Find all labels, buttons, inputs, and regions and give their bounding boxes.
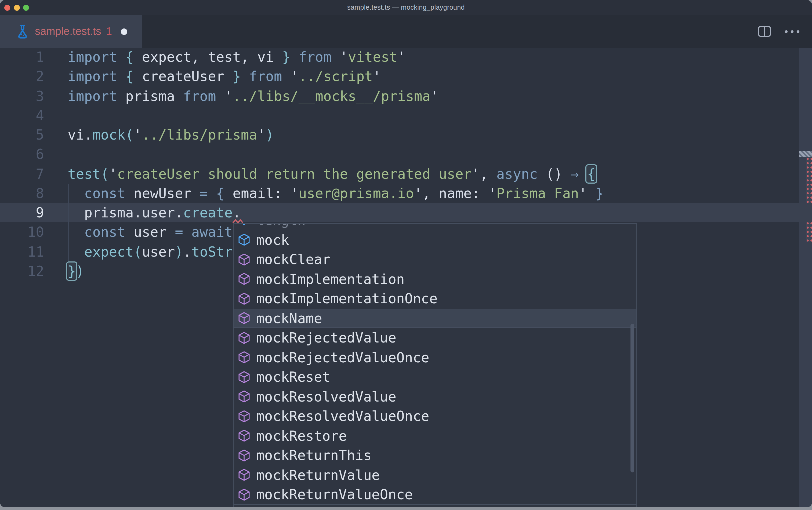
error-squiggle [233,218,243,224]
cube-icon [237,233,251,247]
autocomplete-label: mockClear [256,251,330,268]
line-number: 6 [0,145,44,164]
autocomplete-item[interactable]: mockRejectedValueOnce [234,348,636,367]
autocomplete-label: mockResolvedValueOnce [256,408,429,424]
autocomplete-item[interactable]: mockRejectedValue [234,328,636,348]
line-number: 8 [0,184,44,203]
tab-sample-test-ts[interactable]: sample.test.ts 1 [0,15,142,48]
cube-icon [237,331,251,344]
code-text: expect(user).toStri [68,242,241,262]
line-number: 2 [0,67,44,86]
code-line[interactable]: 1import { expect, test, vi } from 'vites… [0,47,812,67]
autocomplete-item[interactable]: length [234,223,636,230]
cube-icon [237,312,251,325]
code-line[interactable]: 5vi.mock('../libs/prisma') [0,125,812,145]
window-title: sample.test.ts — mocking_playground [0,0,812,15]
code-line[interactable]: 9 prisma.user.create. [0,203,812,222]
tab-error-count: 1 [106,25,112,37]
autocomplete-item[interactable]: mockReturnThis [234,446,636,465]
autocomplete-label: mockRestore [256,428,347,444]
code-text: import { expect, test, vi } from 'vitest… [68,47,406,67]
screen: sample.test.ts — mocking_playground samp… [0,0,812,510]
autocomplete-label: length [256,223,306,229]
autocomplete-popup: lengthmockmockClearmockImplementationmoc… [233,223,637,507]
autocomplete-item[interactable]: mockRestore [234,426,636,446]
modified-dot-icon [121,28,127,35]
autocomplete-item[interactable]: mockReset [234,367,636,387]
code-text: vi.mock('../libs/prisma') [68,125,274,145]
autocomplete-label: mockReturnValue [256,467,380,483]
autocomplete-item[interactable]: mockResolvedValueOnce [234,407,636,426]
code-text: prisma.user.create. [68,203,241,222]
autocomplete-label: mock [256,232,289,248]
cube-icon [237,253,251,266]
line-number: 9 [0,203,44,222]
line-number: 3 [0,86,44,106]
popup-separator [234,504,636,505]
autocomplete-label: mockRejectedValue [256,330,396,346]
code-line[interactable]: 3import prisma from '../libs/__mocks__/p… [0,86,812,106]
cube-icon [237,390,251,403]
more-actions-icon[interactable] [784,29,800,34]
code-text: import { createUser } from '../script' [68,67,381,86]
tab-bar: sample.test.ts 1 [0,15,812,48]
code-text: const newUser = { email: 'user@prisma.io… [68,184,604,203]
code-text: const user = await [68,222,233,242]
cube-icon [237,410,251,423]
tab-actions [758,15,812,48]
editor-window: sample.test.ts — mocking_playground samp… [0,0,812,507]
code-line[interactable]: 4 [0,106,812,125]
autocomplete-label: mockImplementationOnce [256,291,438,307]
code-text: }) [68,262,84,281]
split-editor-icon[interactable] [758,26,771,37]
tab-filename: sample.test.ts [35,25,101,37]
code-line[interactable]: 7test('createUser should return the gene… [0,164,812,184]
cube-icon [237,469,251,482]
line-number: 4 [0,106,44,125]
autocomplete-item[interactable]: mockResolvedValue [234,387,636,407]
code-text: test('createUser should return the gener… [68,164,595,184]
autocomplete-item[interactable]: mockReturnValueOnce [234,485,636,504]
cube-icon [237,488,251,502]
autocomplete-label: mockName [256,310,322,326]
code-line[interactable]: 8 const newUser = { email: 'user@prisma.… [0,184,812,203]
autocomplete-label: mockResolvedValue [256,389,396,405]
cube-icon [237,272,251,286]
autocomplete-item[interactable]: mockReturnValue [234,465,636,485]
autocomplete-item[interactable]: mockImplementation [234,269,636,289]
titlebar: sample.test.ts — mocking_playground [0,0,812,15]
autocomplete-item-selected[interactable]: mockName [234,308,636,328]
cube-icon [237,449,251,462]
flask-test-icon [16,24,29,39]
line-number: 10 [0,222,44,242]
autocomplete-item[interactable]: mockImplementationOnce [234,289,636,308]
autocomplete-label: mockReturnThis [256,447,372,463]
line-number: 11 [0,242,44,262]
arrow-down-icon [237,223,251,227]
autocomplete-label: mockRejectedValueOnce [256,350,429,366]
popup-scrollbar-thumb[interactable] [631,324,634,473]
line-number: 5 [0,125,44,145]
code-line[interactable]: 2import { createUser } from '../script' [0,67,812,86]
autocomplete-label: mockReturnValueOnce [256,487,413,503]
cube-icon [237,351,251,364]
code-text: import prisma from '../libs/__mocks__/pr… [68,86,439,106]
line-number: 7 [0,164,44,184]
autocomplete-item[interactable]: mock [234,230,636,250]
cube-icon [237,370,251,384]
code-line[interactable]: 6 [0,145,812,164]
cube-icon [237,429,251,443]
line-number: 12 [0,262,44,281]
autocomplete-item[interactable]: mockClear [234,250,636,269]
autocomplete-label: mockReset [256,369,330,385]
line-number: 1 [0,47,44,67]
cube-icon [237,292,251,305]
autocomplete-label: mockImplementation [256,271,405,287]
